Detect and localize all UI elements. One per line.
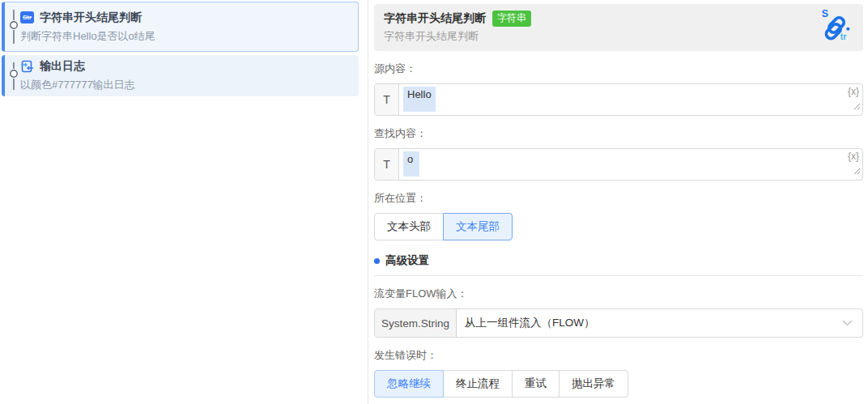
app-window: Str 字符串开头结尾判断 判断字符串Hello是否以o结尾 xyxy=(0,0,868,404)
position-option-tail[interactable]: 文本尾部 xyxy=(443,213,513,240)
flow-input-value: 从上一组件流入（FLOW） xyxy=(457,316,842,330)
source-content-label: 源内容： xyxy=(374,62,863,76)
log-output-icon xyxy=(20,60,34,73)
property-panel: 字符串开头结尾判断 字符串 字符串开头结尾判断 S tr 源内容： T Hell… xyxy=(368,0,868,404)
position-segmented-control: 文本头部 文本尾部 xyxy=(374,213,513,240)
insert-variable-button[interactable]: {x} xyxy=(848,151,859,162)
flow-node-connector-icon xyxy=(7,62,20,90)
resize-handle-icon[interactable] xyxy=(853,99,861,113)
flow-input-label: 流变量FLOW输入： xyxy=(374,287,863,301)
component-subtitle: 字符串开头结尾判断 xyxy=(384,29,531,44)
flow-step-list: Str 字符串开头结尾判断 判断字符串Hello是否以o结尾 xyxy=(0,0,368,404)
flow-step-subtitle: 以颜色#777777输出日志 xyxy=(20,78,352,92)
flow-input-type: System.String xyxy=(375,309,457,337)
component-header: 字符串开头结尾判断 字符串 字符串开头结尾判断 S tr xyxy=(374,4,863,51)
flow-node-connector-icon xyxy=(7,10,20,44)
flow-step-log-output[interactable]: 输出日志 以颜色#777777输出日志 xyxy=(2,55,359,96)
flow-step-title: 字符串开头结尾判断 xyxy=(40,11,142,25)
search-value-token[interactable]: o xyxy=(403,151,419,176)
source-value-token[interactable]: Hello xyxy=(403,87,436,112)
svg-text:tr: tr xyxy=(840,32,847,41)
error-option-throw-exception[interactable]: 抛出异常 xyxy=(559,370,628,398)
advanced-settings-section: 高级设置 xyxy=(374,253,863,268)
on-error-label: 发生错误时： xyxy=(374,348,863,363)
resize-handle-icon[interactable] xyxy=(853,164,861,178)
on-error-segmented-control: 忽略继续 终止流程 重试 抛出异常 xyxy=(374,370,628,398)
position-option-head[interactable]: 文本头部 xyxy=(374,213,444,240)
component-title: 字符串开头结尾判断 xyxy=(384,11,486,26)
section-divider xyxy=(374,275,863,276)
error-option-retry[interactable]: 重试 xyxy=(512,370,560,398)
source-content-input[interactable]: Hello xyxy=(399,84,862,115)
position-label: 所在位置： xyxy=(374,191,863,206)
search-content-input[interactable]: o xyxy=(399,149,862,180)
string-component-icon: Str xyxy=(20,11,34,23)
source-content-field: T Hello {x} xyxy=(374,83,863,116)
search-content-label: 查找内容： xyxy=(374,126,863,141)
section-dot-icon xyxy=(374,258,380,264)
str-logo-icon: S tr xyxy=(819,8,853,45)
error-option-stop-flow[interactable]: 终止流程 xyxy=(443,370,513,398)
source-type-toggle-button[interactable]: T xyxy=(375,84,399,115)
flow-step-title: 输出日志 xyxy=(40,59,85,74)
error-option-ignore-continue[interactable]: 忽略继续 xyxy=(374,370,444,398)
category-badge: 字符串 xyxy=(492,11,531,27)
search-type-toggle-button[interactable]: T xyxy=(375,149,399,180)
flow-step-string-check[interactable]: Str 字符串开头结尾判断 判断字符串Hello是否以o结尾 xyxy=(2,2,359,52)
advanced-settings-title: 高级设置 xyxy=(385,253,429,268)
chevron-down-icon xyxy=(842,320,853,326)
svg-text:S: S xyxy=(822,8,828,19)
search-content-field: T o {x} xyxy=(374,148,863,181)
insert-variable-button[interactable]: {x} xyxy=(848,86,859,97)
flow-input-select[interactable]: System.String 从上一组件流入（FLOW） xyxy=(374,308,863,338)
flow-step-subtitle: 判断字符串Hello是否以o结尾 xyxy=(20,29,351,44)
